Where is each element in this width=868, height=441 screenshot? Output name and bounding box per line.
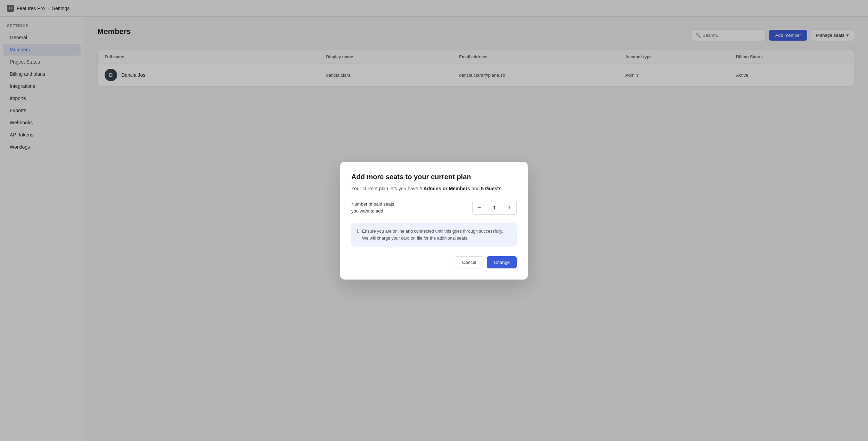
- modal-footer: Cancel Change: [351, 256, 517, 268]
- change-button[interactable]: Change: [487, 256, 517, 268]
- seats-row: Number of paid seats you want to add − 1…: [351, 201, 517, 215]
- modal-desc-bold1: 1 Admins or Members: [419, 186, 470, 191]
- info-text: Ensure you are online and connected unti…: [362, 228, 503, 242]
- info-icon: ℹ: [357, 228, 359, 234]
- increment-button[interactable]: +: [503, 201, 516, 214]
- seats-stepper: − 1 +: [472, 201, 517, 215]
- seats-label: Number of paid seats you want to add: [351, 201, 465, 214]
- modal-overlay: Add more seats to your current plan Your…: [0, 0, 868, 441]
- modal-description: Your current plan lets you have 1 Admins…: [351, 185, 517, 192]
- decrement-button[interactable]: −: [473, 201, 486, 214]
- info-box: ℹ Ensure you are online and connected un…: [351, 223, 517, 247]
- modal-desc-mid: and: [470, 186, 481, 191]
- modal: Add more seats to your current plan Your…: [340, 162, 528, 280]
- modal-desc-suffix: .: [501, 186, 503, 191]
- modal-desc-bold2: 5 Guests: [481, 186, 501, 191]
- cancel-button[interactable]: Cancel: [455, 256, 483, 268]
- modal-title: Add more seats to your current plan: [351, 173, 517, 181]
- stepper-value: 1: [486, 201, 503, 214]
- modal-desc-prefix: Your current plan lets you have: [351, 186, 419, 191]
